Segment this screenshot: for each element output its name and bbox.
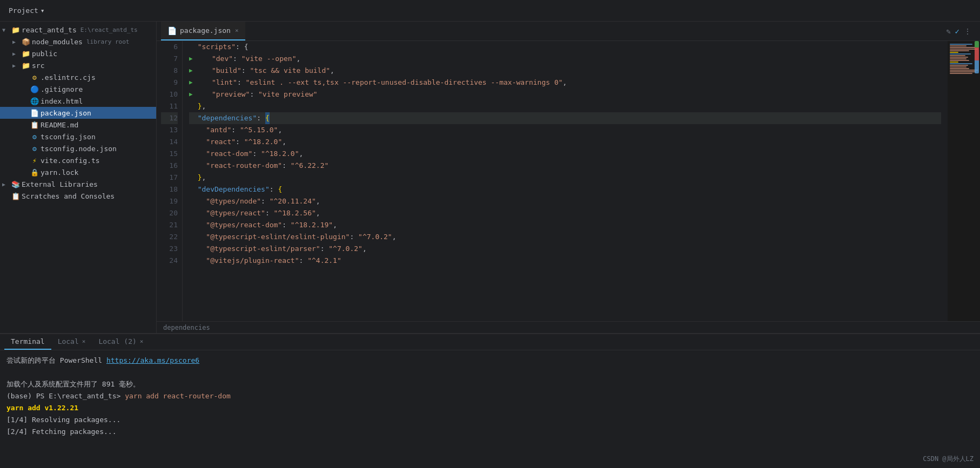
bottom-panel: Terminal Local × Local (2) × 尝试新的跨平台 Pow… [0,333,980,468]
root-label: react_antd_ts [22,26,77,34]
watermark-text: CSDN @局外人LZ [923,455,974,463]
sidebar-item-tsconfig[interactable]: ▶ ⚙ tsconfig.json [0,131,156,143]
sidebar-item-vite-config[interactable]: ▶ ⚡ vite.config.ts [0,154,156,166]
code-line-17: }, [189,172,941,184]
run-btn-7[interactable]: ▶ [189,53,193,65]
sidebar-item-gitignore[interactable]: ▶ 🔵 .gitignore [0,83,156,95]
top-bar: Project ▾ [0,0,980,22]
sidebar-item-external-libs[interactable]: ▶ 📚 External Libraries [0,178,156,190]
tab-file-icon: 📄 [167,26,177,35]
tab-close-button[interactable]: × [235,27,239,34]
local-tab-label: Local [58,337,79,345]
sidebar-item-public[interactable]: ▶ 📁 public [0,48,156,59]
terminal-line-4: yarn add v1.22.21 [6,402,974,414]
sidebar-item-yarn-lock[interactable]: ▶ 🔒 yarn.lock [0,166,156,178]
watermark: CSDN @局外人LZ [923,455,974,464]
sidebar: ▼ 📁 react_antd_ts E:\react_antd_ts ▶ 📦 n… [0,22,157,333]
vite-config-label: vite.config.ts [41,157,100,165]
public-label: public [32,50,57,58]
terminal-line-6: [2/4] Fetching packages... [6,426,974,438]
minimap-content [948,41,980,77]
node-modules-badge: library root [86,38,129,45]
readme-label: README.md [41,121,78,129]
terminal-output[interactable]: 尝试新的跨平台 PowerShell https://aka.ms/pscore… [0,350,980,468]
index-html-icon: 🌐 [30,97,39,105]
more-icon[interactable]: ⋮ [964,27,971,36]
sidebar-item-src[interactable]: ▶ 📁 src [0,59,156,71]
tsconfig-label: tsconfig.json [41,133,96,141]
tab-bar: 📄 package.json × ✎ ✓ ⋮ [157,22,980,41]
tab-terminal[interactable]: Terminal [4,334,51,350]
tab-package-json[interactable]: 📄 package.json × [161,22,245,40]
run-btn-9[interactable]: ▶ [189,77,193,89]
tab-local-2[interactable]: Local (2) × [92,334,150,350]
root-path: E:\react_antd_ts [80,26,138,33]
code-editor[interactable]: "scripts": { ▶ "dev": "vite --open", ▶ "… [183,41,948,321]
external-libs-label: External Libraries [22,180,98,188]
package-json-label: package.json [41,109,91,117]
code-line-8: ▶ "build": "tsc && vite build", [189,65,941,77]
terminal-line-1: 尝试新的跨平台 PowerShell https://aka.ms/pscore… [6,355,974,367]
minimap-scrollbar [975,41,979,73]
pscore-link[interactable]: https://aka.ms/pscore6 [106,356,199,364]
terminal-line-5: [1/4] Resolving packages... [6,414,974,426]
edit-icon[interactable]: ✎ [946,27,950,36]
gitignore-icon: 🔵 [30,85,39,93]
eslintrc-label: .eslintrc.cjs [41,73,96,82]
node-modules-arrow: ▶ [12,39,20,45]
code-line-12: "dependencies": { [189,112,941,124]
run-btn-8[interactable]: ▶ [189,65,193,77]
editor-content: 6 7 8 9 10 11 12 13 14 15 16 17 18 19 20… [157,41,980,321]
src-arrow: ▶ [12,63,20,69]
local-2-tab-close[interactable]: × [140,338,144,345]
terminal-line-3: (base) PS E:\react_antd_ts> yarn add rea… [6,390,974,402]
index-html-label: index.html [41,97,83,105]
gitignore-label: .gitignore [41,85,83,93]
run-btn-10[interactable]: ▶ [189,89,193,100]
tree-root-item[interactable]: ▼ 📁 react_antd_ts E:\react_antd_ts [0,24,156,36]
code-line-23: "@typescript-eslint/parser": "^7.0.2", [189,243,941,255]
sidebar-item-scratches[interactable]: ▶ 📋 Scratches and Consoles [0,190,156,202]
breadcrumb-text: dependencies [163,324,210,331]
code-line-21: "@types/react-dom": "^18.2.19", [189,219,941,231]
code-line-13: "antd": "^5.15.0", [189,124,941,136]
code-line-20: "@types/react": "^18.2.56", [189,207,941,219]
main-content: ▼ 📁 react_antd_ts E:\react_antd_ts ▶ 📦 n… [0,22,980,333]
local-tab-close[interactable]: × [82,338,86,345]
code-line-11: }, [189,100,941,112]
editor-area: 📄 package.json × ✎ ✓ ⋮ 6 7 8 9 10 11 1 [157,22,980,333]
project-menu[interactable]: Project ▾ [4,4,49,17]
sidebar-item-tsconfig-node[interactable]: ▶ ⚙ tsconfig.node.json [0,143,156,154]
node-modules-icon: 📦 [22,38,30,46]
tab-local[interactable]: Local × [51,334,92,350]
editor-tabs: 📄 package.json × [161,22,245,40]
project-label: Project [9,6,38,15]
terminal-line-blank [6,367,974,378]
check-icon[interactable]: ✓ [955,27,959,36]
code-line-10: ▶ "preview": "vite preview" [189,89,941,100]
sidebar-item-eslintrc[interactable]: ▶ ⚙ .eslintrc.cjs [0,71,156,83]
public-icon: 📁 [22,50,30,58]
breadcrumb: dependencies [157,321,980,333]
sidebar-item-package-json[interactable]: ▶ 📄 package.json [0,107,156,119]
terminal-tab-label: Terminal [11,337,45,345]
code-line-19: "@types/node": "^20.11.24", [189,195,941,207]
sidebar-item-node-modules[interactable]: ▶ 📦 node_modules library root [0,36,156,48]
editor-toolbar: ✎ ✓ ⋮ [946,27,976,36]
root-arrow: ▼ [2,27,10,33]
src-label: src [32,62,44,70]
eslintrc-icon: ⚙ [30,73,39,82]
line-numbers: 6 7 8 9 10 11 12 13 14 15 16 17 18 19 20… [157,41,183,321]
code-line-9: ▶ "lint": "eslint . --ext ts,tsx --repor… [189,77,941,89]
public-arrow: ▶ [12,51,20,57]
code-line-22: "@typescript-eslint/eslint-plugin": "^7.… [189,231,941,243]
external-libs-icon: 📚 [11,180,20,188]
sidebar-item-readme[interactable]: ▶ 📋 README.md [0,119,156,131]
tab-label: package.json [180,26,231,35]
sidebar-item-index-html[interactable]: ▶ 🌐 index.html [0,95,156,107]
external-libs-arrow: ▶ [2,181,10,187]
terminal-line-2: 加载个人及系统配置文件用了 891 毫秒。 [6,378,974,390]
local-2-tab-label: Local (2) [98,337,136,345]
code-line-16: "react-router-dom": "^6.22.2" [189,160,941,172]
code-line-18: "devDependencies": { [189,184,941,195]
